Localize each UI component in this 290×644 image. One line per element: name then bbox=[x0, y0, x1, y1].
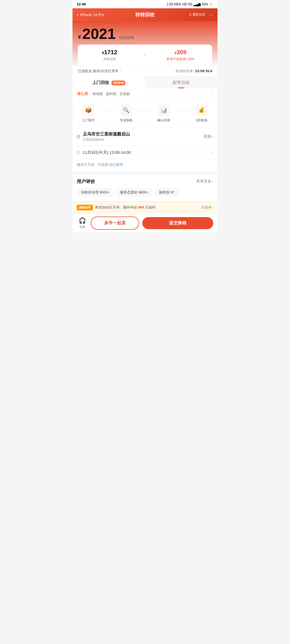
step-inspect-label: 专业验机 bbox=[120, 118, 133, 123]
reviews-tags: 回收价合理 9000+ 服务态度好 9800+ 验机快 97 bbox=[77, 188, 213, 197]
sf-note: 顺丰不方便，可选择 自行邮寄 bbox=[77, 159, 213, 171]
tab-underline bbox=[178, 87, 184, 88]
address-row: 义乌市廿三里街道殿后山 17505258543 更换 › bbox=[77, 131, 213, 142]
service-items: 检错赔 · 超时赔 · 丢损赔 bbox=[93, 92, 210, 96]
main-price-row: ¥ 2021 估价说明 ? bbox=[78, 26, 212, 41]
multi-sell-button[interactable]: 多件一起卖 bbox=[91, 217, 139, 230]
condition-bar: 已选机况 振动/闪光灯异常 › 距加价结束 23:58:35.9 bbox=[73, 66, 218, 76]
process-steps: 📦 上门取件 🔍 专业验机 📊 确认价格 💰 1秒收钱 bbox=[77, 100, 213, 127]
nav-back-text: iPhone 14 Pro bbox=[80, 13, 104, 17]
banner-action-arrow: › bbox=[212, 206, 213, 210]
address-name: 义乌市廿三里街道殿后山 bbox=[83, 131, 201, 137]
step-pay-icon: 💰 bbox=[196, 104, 208, 116]
review-tag-1: 服务态度好 9800+ bbox=[116, 188, 153, 197]
address-section: 义乌市廿三里街道殿后山 17505258543 更换 › bbox=[77, 127, 213, 146]
step-pickup-icon: 📦 bbox=[82, 104, 94, 116]
customer-service-label: 客服 bbox=[79, 225, 85, 229]
step-inspect: 🔍 专业验机 bbox=[117, 104, 136, 123]
step-confirm: 📊 确认价格 bbox=[154, 104, 173, 123]
address-dot-icon bbox=[77, 135, 80, 138]
reviews-more-arrow: › bbox=[212, 179, 213, 184]
bonus-price-item: ¥309 新用户回收券+18% bbox=[149, 49, 212, 61]
refresh-icon: ↻ bbox=[189, 13, 192, 17]
step-confirm-icon: 📊 bbox=[158, 104, 170, 116]
banner-highlight: ¥60 bbox=[138, 205, 144, 209]
reviews-section: 用户评价 查看更多 › 回收价合理 9000+ 服务态度好 9800+ 验机快 … bbox=[73, 174, 218, 201]
main-price-value: 2021 bbox=[82, 26, 116, 41]
price-section: ¥ 2021 估价说明 ? ¥1712 本机估价 + ¥309 新用户回收券+1… bbox=[73, 21, 218, 66]
nav-right-actions: ↻ 重新估价 ··· bbox=[189, 12, 213, 18]
address-phone: 17505258543 bbox=[83, 138, 201, 142]
customer-service-icon: 🎧 bbox=[79, 217, 86, 224]
step-inspect-icon: 🔍 bbox=[120, 104, 132, 116]
price-note-label: 估价说明 bbox=[119, 35, 134, 40]
condition-right: 距加价结束 23:58:35.9 bbox=[176, 69, 212, 74]
banner-text: 再添加88元手表，额外补贴 ¥60 元福利 bbox=[95, 205, 199, 210]
step-pickup-label: 上门取件 bbox=[82, 118, 95, 123]
nav-title: 转转回收 bbox=[135, 12, 155, 18]
countdown-timer: 23:58:35.9 bbox=[195, 69, 212, 73]
price-breakdown-card: ¥1712 本机估价 + ¥309 新用户回收券+18% bbox=[78, 45, 212, 66]
condition-arrow-icon: › bbox=[120, 69, 121, 73]
service-brand: 省心卖 bbox=[77, 92, 88, 96]
main-content: 省心卖 检错赔 · 超时赔 · 丢损赔 › 📦 上门取件 🔍 专业验机 📊 确认… bbox=[73, 88, 218, 171]
step-pickup: 📦 上门取件 bbox=[79, 104, 98, 123]
condition-value: 振动/闪光灯异常 bbox=[93, 69, 118, 74]
step-line-1 bbox=[98, 111, 117, 111]
step-line-3 bbox=[173, 111, 192, 111]
price-note[interactable]: 估价说明 ? bbox=[119, 35, 139, 40]
bottom-bar: 🎧 客服 多件一起卖 提交换钱 bbox=[73, 214, 218, 232]
service-divider bbox=[90, 92, 90, 96]
base-price-value: ¥1712 bbox=[78, 49, 141, 56]
address-change-arrow: › bbox=[212, 134, 213, 139]
battery: 20% bbox=[202, 2, 208, 6]
hd-badge: HD bbox=[182, 2, 187, 6]
tab-bar: 上门回收 现场拿钱 邮寄回收 bbox=[73, 76, 218, 88]
tab-home-pickup[interactable]: 上门回收 现场拿钱 bbox=[73, 76, 145, 88]
bonus-price-value: ¥309 bbox=[149, 49, 212, 56]
status-time: 12:48 bbox=[77, 2, 86, 6]
price-symbol: ¥ bbox=[78, 34, 81, 41]
reviews-header: 用户评价 查看更多 › bbox=[77, 178, 213, 185]
bonus-price-label: 新用户回收券+18% bbox=[149, 57, 212, 61]
banner-badge: 凑单助手 bbox=[77, 205, 93, 210]
signal-type: 5G bbox=[188, 2, 192, 6]
sf-note-prefix: 顺丰不方便，可选择 bbox=[77, 163, 108, 167]
reviews-more-button[interactable]: 查看更多 › bbox=[196, 179, 213, 184]
step-pay-label: 1秒收钱 bbox=[196, 118, 207, 123]
question-icon: ? bbox=[135, 36, 139, 40]
time-dot-icon bbox=[77, 151, 80, 154]
time-section[interactable]: 11月3日(今天) 13:00-14:00 › bbox=[77, 146, 213, 159]
status-bar: 12:48 2.00 KB/S HD 5G ▂▄▆ 20% ⚡ bbox=[73, 0, 218, 8]
condition-left[interactable]: 已选机况 振动/闪光灯异常 › bbox=[78, 69, 121, 74]
nav-bar: ‹ iPhone 14 Pro 转转回收 ↻ 重新估价 ··· bbox=[73, 8, 218, 21]
address-content: 义乌市廿三里街道殿后山 17505258543 bbox=[83, 131, 201, 142]
refresh-button[interactable]: ↻ 重新估价 bbox=[189, 12, 205, 17]
service-arrow-icon: › bbox=[212, 92, 213, 96]
network-speed: 2.00 KB/S bbox=[167, 2, 181, 6]
base-price-label: 本机估价 bbox=[78, 57, 141, 61]
signal-bars: ▂▄▆ bbox=[193, 2, 201, 6]
base-price-item: ¥1712 本机估价 bbox=[78, 49, 141, 61]
submit-button[interactable]: 提交换钱 bbox=[142, 217, 213, 229]
step-line-2 bbox=[136, 111, 154, 111]
step-pay: 💰 1秒收钱 bbox=[192, 104, 211, 123]
status-right: 2.00 KB/S HD 5G ▂▄▆ 20% ⚡ bbox=[167, 2, 213, 6]
time-text: 11月3日(今天) 13:00-14:00 bbox=[83, 150, 209, 155]
more-button[interactable]: ··· bbox=[209, 12, 213, 18]
step-confirm-label: 确认价格 bbox=[157, 118, 170, 123]
reviews-title: 用户评价 bbox=[77, 178, 95, 185]
plus-divider: + bbox=[141, 52, 149, 58]
tab-mail-recycle[interactable]: 邮寄回收 bbox=[145, 76, 218, 88]
customer-service-button[interactable]: 🎧 客服 bbox=[77, 217, 88, 229]
bottom-banner: 凑单助手 再添加88元手表，额外补贴 ¥60 元福利 去凑单 › bbox=[73, 201, 218, 214]
nav-back-button[interactable]: ‹ iPhone 14 Pro bbox=[77, 12, 104, 18]
review-tag-0: 回收价合理 9000+ bbox=[77, 188, 114, 197]
condition-prefix: 已选机况 bbox=[78, 69, 92, 74]
address-change-button[interactable]: 更换 › bbox=[204, 134, 213, 139]
sf-link[interactable]: 自行邮寄 bbox=[109, 163, 123, 167]
service-banner[interactable]: 省心卖 检错赔 · 超时赔 · 丢损赔 › bbox=[77, 88, 213, 100]
banner-action-button[interactable]: 去凑单 › bbox=[201, 205, 213, 210]
back-arrow-icon: ‹ bbox=[77, 12, 79, 18]
battery-icon: ⚡ bbox=[209, 2, 213, 6]
